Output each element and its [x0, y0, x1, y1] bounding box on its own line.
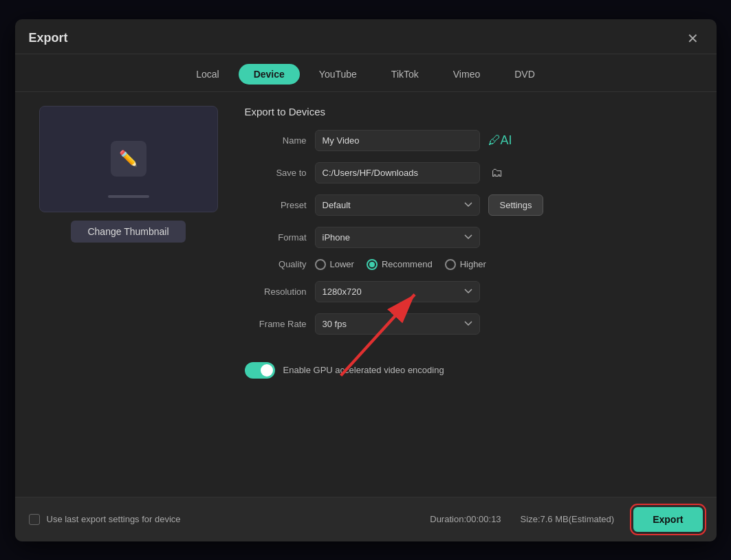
gpu-toggle[interactable]: [245, 362, 275, 379]
dialog-body: ✏️ Change Thumbnail Export to Devices Na…: [15, 92, 717, 497]
tab-local[interactable]: Local: [181, 64, 234, 85]
dialog-header: Export ✕: [15, 19, 717, 54]
gpu-toggle-label: Enable GPU accelerated video encoding: [283, 365, 444, 375]
quality-lower-label: Lower: [330, 259, 354, 269]
tab-device[interactable]: Device: [239, 64, 300, 85]
radio-higher[interactable]: [445, 259, 456, 270]
gpu-toggle-row: Enable GPU accelerated video encoding: [245, 362, 703, 379]
quality-higher-label: Higher: [460, 259, 486, 269]
frame-rate-select[interactable]: 30 fps: [315, 313, 480, 335]
preset-label: Preset: [245, 200, 307, 210]
format-select[interactable]: iPhone: [315, 227, 480, 248]
section-title: Export to Devices: [245, 106, 703, 117]
frame-rate-row: Frame Rate 30 fps: [245, 313, 703, 335]
radio-recommend[interactable]: [367, 259, 378, 270]
quality-lower[interactable]: Lower: [315, 259, 354, 270]
save-to-input[interactable]: [315, 162, 480, 183]
size-label: Size:7.6 MB(Estimated): [521, 514, 615, 524]
export-button[interactable]: Export: [633, 507, 702, 532]
preset-row: Preset Default Settings: [245, 194, 703, 216]
save-to-row: Save to 🗂: [245, 162, 703, 183]
dialog-footer: Use last export settings for device Dura…: [15, 497, 717, 541]
tab-tiktok[interactable]: TikTok: [376, 64, 434, 85]
quality-higher[interactable]: Higher: [445, 259, 486, 270]
footer-left: Use last export settings for device: [29, 514, 181, 525]
format-row: Format iPhone: [245, 227, 703, 248]
ai-icon[interactable]: 🖊AI: [488, 133, 512, 148]
left-panel: ✏️ Change Thumbnail: [29, 106, 228, 483]
resolution-row: Resolution 1280x720: [245, 281, 703, 302]
close-button[interactable]: ✕: [683, 30, 703, 47]
frame-rate-label: Frame Rate: [245, 319, 307, 329]
radio-lower[interactable]: [315, 259, 326, 270]
format-label: Format: [245, 232, 307, 243]
save-to-label: Save to: [245, 168, 307, 178]
dialog-title: Export: [29, 31, 68, 45]
settings-button[interactable]: Settings: [488, 194, 544, 216]
quality-label: Quality: [245, 259, 307, 269]
footer-info: Duration:00:00:13 Size:7.6 MB(Estimated)…: [430, 507, 702, 532]
duration-label: Duration:00:00:13: [430, 514, 501, 524]
resolution-label: Resolution: [245, 287, 307, 297]
quality-recommend[interactable]: Recommend: [367, 259, 433, 270]
folder-icon[interactable]: 🗂: [491, 166, 503, 180]
last-settings-checkbox[interactable]: [29, 514, 40, 525]
last-settings-label: Use last export settings for device: [47, 514, 181, 524]
tab-vimeo[interactable]: Vimeo: [438, 64, 495, 85]
quality-recommend-label: Recommend: [382, 259, 433, 269]
thumbnail-line: [108, 195, 149, 198]
name-input[interactable]: [315, 130, 480, 151]
export-dialog: Export ✕ Local Device YouTube TikTok Vim…: [15, 19, 717, 541]
name-label: Name: [245, 135, 307, 146]
preset-select[interactable]: Default: [315, 194, 480, 216]
tab-youtube[interactable]: YouTube: [304, 64, 372, 85]
thumbnail-preview: ✏️: [39, 106, 218, 212]
name-row: Name 🖊AI: [245, 130, 703, 151]
quality-row: Quality Lower Recommend Higher: [245, 259, 703, 270]
tab-bar: Local Device YouTube TikTok Vimeo DVD: [15, 54, 717, 92]
change-thumbnail-button[interactable]: Change Thumbnail: [71, 221, 185, 243]
tab-dvd[interactable]: DVD: [499, 64, 550, 85]
resolution-select[interactable]: 1280x720: [315, 281, 480, 302]
quality-options: Lower Recommend Higher: [315, 259, 486, 270]
thumbnail-icon: ✏️: [111, 141, 146, 177]
right-panel: Export to Devices Name 🖊AI Save to 🗂 Pre…: [245, 106, 703, 483]
